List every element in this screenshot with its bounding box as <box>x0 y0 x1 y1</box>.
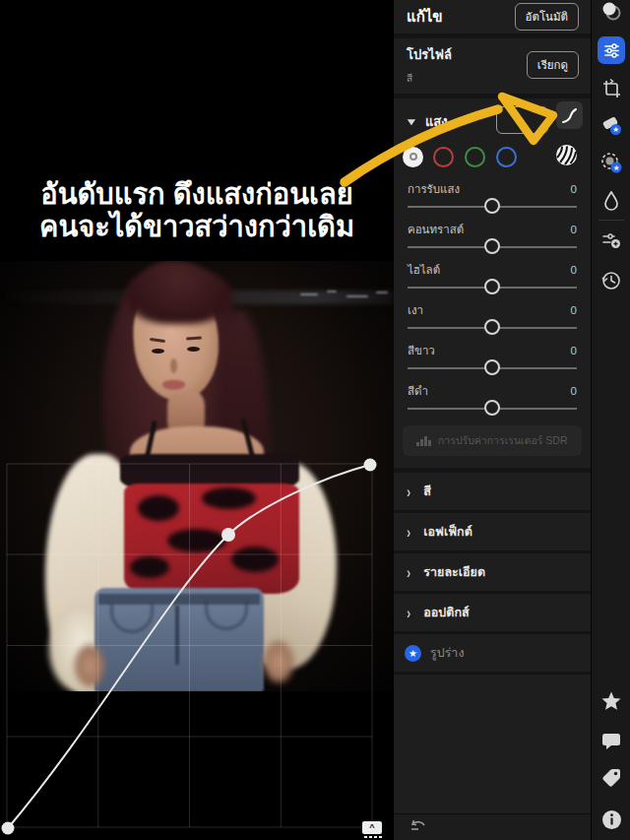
distant-light <box>327 291 337 292</box>
auto-button[interactable]: อัตโนมัติ <box>515 3 579 31</box>
section-label: รายละเอียด <box>423 562 485 582</box>
sdr-settings-label: การปรับค่าการเรนเดอร์ SDR <box>438 432 568 449</box>
presets-icon[interactable] <box>592 0 630 26</box>
star-icon[interactable] <box>592 687 630 715</box>
slider-exposure: การรับแสง 0 <box>394 177 591 218</box>
tool-rail: ★ ★ <box>591 0 630 840</box>
slider-label: ไฮไลต์ <box>408 261 440 279</box>
section-effects[interactable]: › เอฟเฟ็กต์ <box>394 513 591 550</box>
histogram-icon <box>416 436 431 446</box>
subject-eye <box>187 347 200 352</box>
hdr-button-partially-hidden[interactable] <box>496 106 548 134</box>
section-label: สี <box>423 482 431 501</box>
curve-point-highlights[interactable] <box>364 459 377 472</box>
slider-value: 0 <box>571 385 577 397</box>
versions-icon[interactable] <box>592 226 630 254</box>
slider-knob[interactable] <box>484 359 500 375</box>
light-section-header[interactable]: ▼ แสง <box>394 98 591 142</box>
slider-label: เงา <box>408 301 423 319</box>
subject-eye <box>152 349 164 354</box>
tone-curve-button[interactable] <box>556 101 583 129</box>
slider-label: การรับแสง <box>408 180 460 198</box>
tone-curve-overlay[interactable] <box>0 433 394 840</box>
browse-profiles-button[interactable]: เรียกดู <box>527 51 579 79</box>
curve-point-mid[interactable] <box>221 528 235 542</box>
tone-curve-icon <box>561 107 578 124</box>
masking-icon[interactable]: ★ <box>592 149 630 176</box>
chevron-right-icon: › <box>407 523 410 541</box>
distant-light <box>300 293 318 295</box>
slider-value: 0 <box>571 304 577 316</box>
panel-empty-space <box>394 675 591 825</box>
slider-value: 0 <box>571 183 577 195</box>
section-detail[interactable]: › รายละเอียด <box>394 553 591 591</box>
slider-blacks: สีดำ 0 <box>394 379 591 420</box>
slider-label: สีดำ <box>408 382 428 400</box>
panel-bottom-bar <box>394 813 591 840</box>
section-label: รูปร่าง <box>430 643 465 663</box>
tag-icon[interactable] <box>592 764 630 792</box>
history-icon[interactable] <box>592 267 630 294</box>
slider-value: 0 <box>571 224 577 235</box>
caption-line-2: คนจะได้ขาวสว่างกว่าเดิม <box>0 211 394 243</box>
slider-knob[interactable] <box>484 279 500 294</box>
collapse-toggle-icon[interactable]: ^ <box>362 821 384 840</box>
slider-knob[interactable] <box>484 400 500 416</box>
section-label: ออปติกส์ <box>423 603 469 622</box>
section-optics[interactable]: › ออปติกส์ <box>394 594 591 631</box>
slider-shadows: เงา 0 <box>394 298 591 339</box>
chevron-right-icon: › <box>407 604 410 621</box>
curve-point-shadows[interactable] <box>2 822 15 835</box>
panel-header: แก้ไข อัตโนมัติ <box>394 0 591 33</box>
undo-icon[interactable] <box>410 820 427 834</box>
slider-highlights: ไฮไลต์ 0 <box>394 258 591 298</box>
crop-icon[interactable] <box>592 75 630 102</box>
distant-light <box>376 291 388 293</box>
slider-label: สีขาว <box>408 342 435 359</box>
svg-text:★: ★ <box>612 125 619 134</box>
healing-icon[interactable]: ★ <box>592 111 630 139</box>
channel-all-button[interactable] <box>403 147 423 167</box>
sdr-settings-button[interactable]: การปรับค่าการเรนเดอร์ SDR <box>403 425 582 456</box>
rail-divider <box>598 220 624 221</box>
photo-canvas[interactable]: อันดับแรก ดึงแสงก่อนเลย คนจะได้ขาวสว่างก… <box>0 0 394 840</box>
channel-blue-button[interactable] <box>496 147 517 167</box>
slider-label: คอนทราสต์ <box>408 221 464 238</box>
chevron-right-icon: › <box>407 483 410 500</box>
edit-sliders-icon[interactable] <box>598 36 625 64</box>
distant-light <box>346 295 368 297</box>
section-label: เอฟเฟ็กต์ <box>423 522 472 542</box>
slider-knob[interactable] <box>484 198 500 214</box>
info-icon[interactable] <box>592 806 630 833</box>
edit-panel: แก้ไข อัตโนมัติ โปรไฟล์ สี เรียกดู ▼ แสง <box>394 0 591 840</box>
section-geometry[interactable]: ★ รูปร่าง <box>394 634 591 672</box>
caption-line-1: อันดับแรก ดึงแสงก่อนเลย <box>0 178 394 211</box>
lightroom-edit-screen: อันดับแรก ดึงแสงก่อนเลย คนจะได้ขาวสว่างก… <box>0 0 630 840</box>
curve-grid <box>7 464 372 827</box>
light-section: ▼ แสง <box>394 98 591 468</box>
channel-targets-row <box>394 142 591 177</box>
slider-knob[interactable] <box>484 238 500 254</box>
subject-nose <box>170 358 177 373</box>
droplet-icon[interactable] <box>592 187 630 215</box>
section-color[interactable]: › สี <box>394 473 591 510</box>
slider-whites: สีขาว 0 <box>394 339 591 379</box>
bw-mix-icon[interactable] <box>555 144 578 170</box>
slider-value: 0 <box>571 264 577 276</box>
chevron-down-icon: ▼ <box>405 116 418 127</box>
profile-value: สี <box>407 71 452 86</box>
photo-caption: อันดับแรก ดึงแสงก่อนเลย คนจะได้ขาวสว่างก… <box>0 178 394 244</box>
subject-hair <box>126 267 232 324</box>
subject-lips <box>162 380 185 390</box>
chevron-right-icon: › <box>407 563 410 581</box>
comment-icon[interactable] <box>592 727 630 754</box>
profile-label: โปรไฟล์ <box>407 44 452 65</box>
channel-green-button[interactable] <box>465 147 485 167</box>
channel-red-button[interactable] <box>433 147 454 167</box>
page-title: แก้ไข <box>407 5 443 29</box>
profile-row[interactable]: โปรไฟล์ สี เรียกดู <box>394 38 591 94</box>
slider-contrast: คอนทราสต์ 0 <box>394 218 591 258</box>
slider-knob[interactable] <box>484 319 500 335</box>
svg-text:★: ★ <box>613 163 620 172</box>
star-badge-icon: ★ <box>405 645 421 662</box>
